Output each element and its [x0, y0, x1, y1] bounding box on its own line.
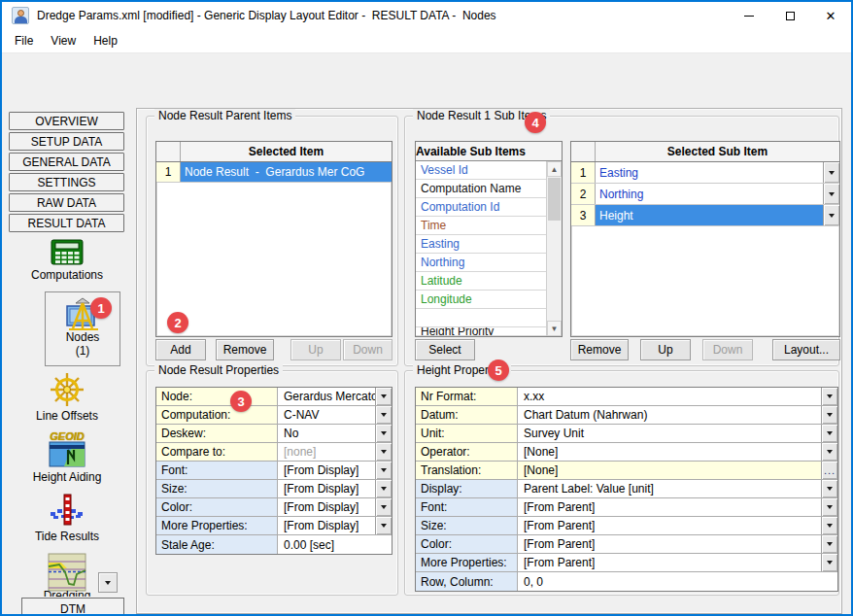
color-field[interactable]: [From Display] [278, 498, 375, 516]
scroll-up-button[interactable]: ▲ [547, 161, 562, 177]
dropdown-button[interactable] [375, 517, 392, 534]
row-column-field[interactable]: 0, 0 [518, 572, 837, 591]
table-row[interactable]: 3 Height [571, 205, 839, 226]
dropdown-button[interactable] [375, 443, 392, 461]
dropdown-button[interactable] [375, 406, 392, 424]
remove-sub-button[interactable]: Remove [570, 339, 629, 360]
sidebar-scroll-down-button[interactable] [98, 572, 118, 593]
row-number: 1 [571, 162, 596, 183]
remove-button[interactable]: Remove [216, 339, 274, 360]
dropdown-button[interactable] [821, 425, 837, 442]
datum-field[interactable]: Chart Datum (Nahrwan) [518, 406, 821, 424]
dropdown-button[interactable] [375, 462, 392, 479]
ellipsis-icon: ... [824, 467, 836, 473]
table-row[interactable]: 2 Northing [571, 184, 839, 205]
more-properties-field[interactable]: [From Display] [278, 517, 375, 534]
sidebar-item-tide-results[interactable] [2, 493, 132, 528]
select-button[interactable]: Select [415, 339, 475, 360]
down-sub-button[interactable]: Down [702, 339, 753, 360]
dropdown-button[interactable] [821, 480, 837, 497]
table-row[interactable]: 1 Easting [571, 162, 839, 184]
add-button[interactable]: Add [155, 339, 206, 360]
sidebar-item-setup-data[interactable]: SETUP DATA [9, 132, 124, 151]
scroll-down-button[interactable]: ▼ [547, 321, 562, 336]
dropdown-button[interactable] [375, 480, 392, 497]
list-item[interactable]: Latitude [416, 272, 546, 291]
chevron-down-icon [827, 505, 833, 509]
minimize-button[interactable] [729, 2, 769, 29]
dropdown-button[interactable] [821, 535, 837, 553]
dropdown-button[interactable] [375, 388, 392, 405]
node-field[interactable]: Gerardus Mercator... [278, 388, 375, 405]
table-row[interactable]: 1 Node Result - Gerardus Mer CoG [156, 162, 392, 183]
available-list-scrollbar[interactable]: ▲ ▼ [546, 161, 562, 336]
sub-item-value[interactable]: Easting [596, 162, 823, 183]
up-sub-button[interactable]: Up [640, 339, 691, 360]
sidebar-item-overview[interactable]: OVERVIEW [9, 112, 124, 130]
list-item-selected[interactable]: Height [416, 309, 546, 327]
dropdown-button[interactable] [375, 425, 392, 442]
sidebar-item-result-data[interactable]: RESULT DATA [9, 214, 124, 232]
dropdown-button[interactable] [375, 498, 392, 516]
maximize-button[interactable] [769, 2, 810, 29]
nr-format-field[interactable]: x.xx [518, 388, 821, 405]
deskew-field[interactable]: No [278, 425, 375, 442]
chevron-down-icon [381, 524, 387, 528]
dropdown-button[interactable] [821, 517, 837, 534]
layout-button[interactable]: Layout... [772, 339, 840, 360]
sidebar-item-height-aiding[interactable] [2, 441, 132, 467]
dropdown-button[interactable] [823, 184, 839, 204]
more-properties-parent-field[interactable]: [From Parent] [518, 554, 821, 571]
dropdown-button[interactable] [821, 388, 837, 405]
translation-field[interactable]: [None] [518, 462, 821, 479]
dropdown-button[interactable] [823, 162, 839, 183]
down-button[interactable]: Down [343, 339, 392, 360]
display-field[interactable]: Parent Label: Value [unit] [518, 480, 821, 497]
sidebar-item-computations[interactable] [2, 239, 132, 265]
operator-field[interactable]: [None] [518, 443, 821, 461]
color-parent-field[interactable]: [From Parent] [518, 535, 821, 553]
size-parent-field[interactable]: [From Parent] [518, 517, 821, 534]
scrollbar-thumb[interactable] [548, 178, 561, 221]
sidebar-item-raw-data[interactable]: RAW DATA [9, 193, 124, 212]
unit-field[interactable]: Survey Unit [518, 425, 821, 442]
ellipsis-button[interactable]: ... [821, 462, 837, 479]
menu-view[interactable]: View [42, 29, 85, 52]
selected-sub-item-table: Selected Sub Item 1 Easting 2 Northing 3… [570, 141, 840, 337]
menu-file[interactable]: File [6, 29, 42, 52]
parent-item-value[interactable]: Node Result - Gerardus Mer CoG [181, 162, 392, 182]
close-button[interactable]: ✕ [810, 2, 851, 29]
list-item[interactable]: Longitude [416, 291, 546, 309]
dropdown-button[interactable] [821, 498, 837, 516]
menu-help[interactable]: Help [85, 29, 126, 52]
font-field[interactable]: [From Display] [278, 462, 375, 479]
computation-field[interactable]: C-NAV [278, 406, 375, 424]
sidebar-item-height-aiding-label: Height Aiding [2, 470, 132, 484]
dropdown-button[interactable] [821, 443, 837, 461]
dropdown-button[interactable] [821, 406, 837, 424]
sidebar-item-line-offsets[interactable] [2, 371, 132, 408]
group-node-result-sub-items: Node Result 1 Sub Items Available Sub It… [404, 116, 839, 366]
list-item[interactable]: Northing [416, 254, 546, 272]
list-item[interactable]: Computation Name [416, 180, 546, 198]
dropdown-button[interactable] [821, 554, 837, 571]
dropdown-button[interactable] [823, 205, 839, 225]
compare-to-field[interactable]: [none] [278, 443, 375, 461]
list-item[interactable]: Vessel Id [416, 161, 546, 180]
sub-item-value[interactable]: Northing [596, 184, 823, 204]
sub-item-value[interactable]: Height [596, 205, 823, 225]
prop-label: Size: [156, 480, 278, 497]
up-button[interactable]: Up [290, 339, 341, 360]
chevron-down-icon [827, 542, 833, 546]
list-item[interactable]: Easting [416, 235, 546, 254]
stale-age-field[interactable]: 0.00 [sec] [278, 535, 392, 554]
list-item-clipped[interactable]: Height Priority [416, 327, 546, 336]
size-field[interactable]: [From Display] [278, 480, 375, 497]
sidebar-item-general-data[interactable]: GENERAL DATA [9, 153, 124, 171]
list-item[interactable]: Time [416, 217, 546, 235]
font-parent-field[interactable]: [From Parent] [518, 498, 821, 516]
sidebar-item-dtm[interactable]: DTM [21, 598, 124, 616]
sidebar-item-settings[interactable]: SETTINGS [9, 173, 124, 191]
list-item[interactable]: Computation Id [416, 198, 546, 217]
chevron-down-icon [381, 487, 387, 491]
